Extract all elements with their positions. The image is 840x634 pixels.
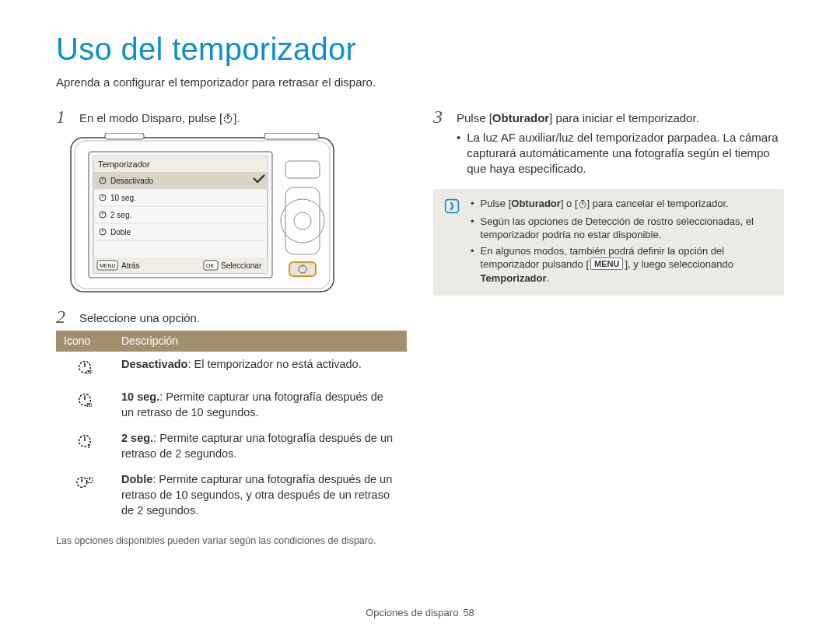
svg-text:OK: OK [206, 263, 214, 268]
svg-rect-38 [289, 262, 316, 276]
options-note: Las opciones disponibles pueden variar s… [56, 534, 407, 548]
menu-header: Temporizador [98, 159, 150, 169]
timer-2-icon: 2 [76, 439, 93, 451]
timer-off-icon: OFF [76, 365, 93, 377]
timer-icon [222, 112, 233, 128]
step-2-text: Seleccione una opción. [79, 307, 200, 326]
options-table: Icono Descripción OFF Desactivado: El te… [56, 331, 407, 524]
info-icon [444, 198, 460, 214]
lead-text: Aprenda a configurar el temporizador par… [56, 75, 784, 90]
svg-text:OFF: OFF [86, 370, 93, 375]
table-row: Doble: Permite capturar una fotografía d… [56, 467, 407, 524]
svg-text:Doble: Doble [110, 228, 131, 236]
info-bullet: En algunos modos, también podrá definir … [471, 244, 773, 285]
svg-text:2: 2 [88, 443, 91, 449]
step-3: 3 Pulse [Obturador] para iniciar el temp… [433, 107, 784, 178]
info-box: Pulse [Obturador] o [] para cancelar el … [433, 189, 784, 295]
col-desc: Descripción [114, 331, 407, 352]
step-number: 2 [56, 307, 72, 326]
step-3-bullet: La luz AF auxiliar/luz del temporizador … [457, 130, 784, 177]
step-number: 3 [433, 107, 449, 126]
svg-text:10 seg.: 10 seg. [110, 194, 136, 202]
svg-text:Seleccionar: Seleccionar [221, 261, 262, 270]
svg-text:2 seg.: 2 seg. [110, 211, 131, 219]
table-row: OFF Desactivado: El temporizador no está… [56, 352, 407, 385]
page-footer: Opciones de disparo58 [0, 606, 840, 620]
svg-text:Atrás: Atrás [121, 261, 139, 270]
info-bullet: Pulse [Obturador] o [] para cancelar el … [471, 197, 773, 212]
timer-10-icon: 10 [76, 398, 93, 410]
step-number: 1 [56, 107, 72, 126]
svg-rect-6 [105, 133, 144, 139]
step-3-text: Pulse [Obturador] para iniciar el tempor… [457, 110, 784, 126]
camera-illustration: Temporizador Desactivado 10 seg. 2 seg. … [70, 133, 407, 296]
col-icon: Icono [56, 331, 114, 352]
info-bullet: Según las opciones de Detección de rostr… [471, 215, 773, 242]
table-row: 2 2 seg.: Permite capturar una fotografí… [56, 426, 407, 467]
svg-text:Desactivado: Desactivado [110, 177, 153, 185]
svg-text:10: 10 [86, 402, 93, 408]
timer-icon [578, 198, 587, 212]
step-1-text: En el modo Disparo, pulse []. [79, 107, 240, 128]
svg-rect-5 [264, 133, 319, 139]
step-1: 1 En el modo Disparo, pulse []. [56, 107, 407, 128]
timer-double-icon [75, 480, 95, 492]
step-2: 2 Seleccione una opción. [56, 307, 407, 326]
table-row: 10 10 seg.: Permite capturar una fotogra… [56, 384, 407, 426]
page-title: Uso del temporizador [56, 28, 784, 70]
svg-text:MENU: MENU [100, 263, 116, 268]
